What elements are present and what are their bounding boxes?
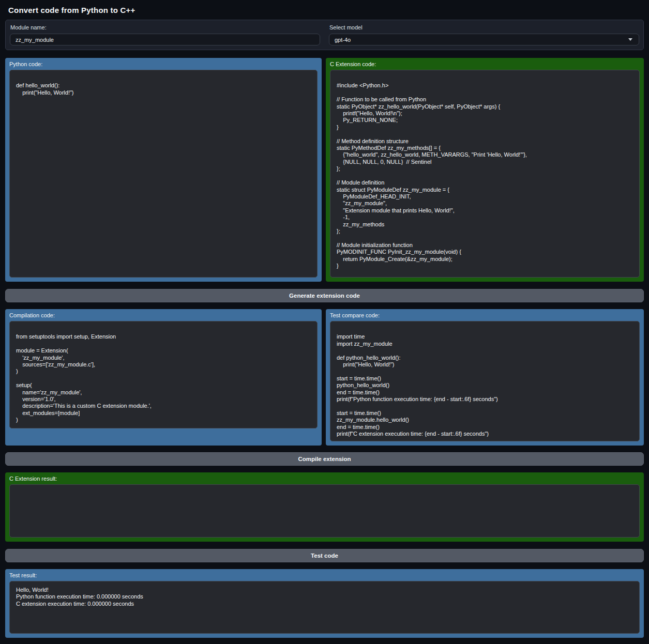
model-dropdown[interactable]: gpt-4o — [329, 34, 639, 45]
model-select-label: Select model — [329, 24, 639, 30]
generate-extension-code-button[interactable]: Generate extension code — [5, 289, 644, 302]
module-name-input[interactable] — [10, 34, 320, 45]
page-title: Convert code from Python to C++ — [5, 0, 644, 20]
test-compare-code-textarea[interactable]: import time import zz_my_module def pyth… — [330, 321, 640, 441]
c-extension-result-label: C Extension result: — [9, 476, 640, 482]
compilation-code-label: Compilation code: — [9, 312, 318, 318]
test-result-panel: Test result: Hello, World! Python functi… — [5, 569, 644, 638]
test-code-button[interactable]: Test code — [5, 549, 644, 562]
chevron-down-icon — [628, 38, 632, 41]
test-result-textarea[interactable]: Hello, World! Python function execution … — [9, 581, 640, 634]
python-code-label: Python code: — [9, 61, 318, 67]
test-result-label: Test result: — [9, 572, 640, 578]
compilation-code-textarea[interactable]: from setuptools import setup, Extension … — [9, 321, 318, 428]
c-extension-result-textarea[interactable] — [9, 484, 640, 538]
model-select-group: Select model gpt-4o — [329, 23, 639, 45]
model-dropdown-value: gpt-4o — [335, 37, 351, 43]
compilation-code-panel: Compilation code: from setuptools import… — [5, 309, 322, 446]
c-extension-code-label: C Extension code: — [330, 61, 640, 67]
app-root: Convert code from Python to C++ Module n… — [0, 0, 649, 638]
code-row-2: Compilation code: from setuptools import… — [5, 309, 644, 446]
test-compare-code-label: Test compare code: — [330, 312, 640, 318]
compile-extension-button[interactable]: Compile extension — [5, 452, 644, 466]
test-compare-code-panel: Test compare code: import time import zz… — [326, 309, 644, 446]
code-row-1: Python code: def hello_world(): print("H… — [5, 58, 644, 282]
module-name-group: Module name: — [10, 23, 320, 45]
config-row: Module name: Select model gpt-4o — [5, 20, 644, 50]
c-extension-code-panel: C Extension code: #include <Python.h> //… — [326, 58, 644, 282]
module-name-label: Module name: — [10, 24, 320, 30]
c-extension-code-textarea[interactable]: #include <Python.h> // Function to be ca… — [330, 70, 640, 278]
python-code-textarea[interactable]: def hello_world(): print("Hello, World!"… — [9, 70, 318, 278]
c-extension-result-panel: C Extension result: — [5, 472, 644, 542]
python-code-panel: Python code: def hello_world(): print("H… — [5, 58, 322, 282]
